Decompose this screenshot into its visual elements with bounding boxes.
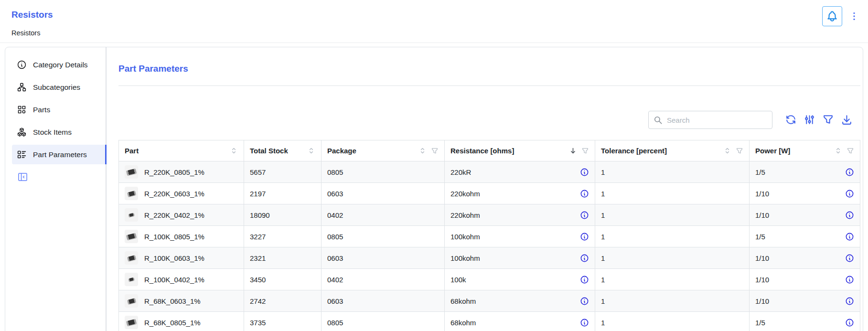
parameter-info-button[interactable] [845, 168, 854, 177]
package-cell: 0805 [321, 161, 445, 183]
parameter-info-button[interactable] [845, 275, 854, 284]
breadcrumb: Resistors [11, 29, 53, 37]
refresh-icon [785, 114, 797, 126]
tolerance-cell: 1 [595, 204, 750, 226]
parameter-info-button[interactable] [845, 297, 854, 306]
sort-selector-icon [307, 147, 315, 155]
sidebar-item-parts[interactable]: Parts [12, 100, 106, 119]
parameter-info-button[interactable] [580, 318, 589, 327]
column-header-total-stock[interactable]: Total Stock [244, 140, 321, 161]
table-settings-button[interactable] [804, 114, 815, 126]
resistance-value: 220kohm [450, 190, 480, 198]
column-label: Tolerance [percent] [601, 147, 667, 155]
resistance-value: 220kR [450, 168, 471, 176]
part-parameters-table: Part Total Stock Package Resistance [ohm… [118, 140, 860, 331]
column-filter-icon[interactable] [847, 147, 854, 155]
part-name: R_68K_0603_1% [144, 297, 201, 305]
filter-button[interactable] [822, 114, 834, 126]
part-name: R_100K_0805_1% [144, 233, 204, 241]
table-row[interactable]: R_220K_0402_1% 18090 0402 220kohm 1 1/10 [119, 204, 860, 226]
info-icon [580, 318, 589, 327]
sidebar-item-subcategories[interactable]: Subcategories [12, 77, 106, 97]
table-row[interactable]: R_68K_0603_1% 2742 0603 68kohm 1 1/10 [119, 290, 860, 312]
category-grid-icon [17, 105, 27, 115]
info-icon [580, 232, 589, 241]
resistance-value: 100kohm [450, 233, 480, 241]
info-icon [845, 297, 854, 306]
column-header-package[interactable]: Package [321, 140, 445, 161]
part-name: R_220K_0603_1% [144, 190, 204, 198]
search-input[interactable] [667, 116, 767, 124]
sitemap-icon [17, 82, 27, 92]
sidebar-item-stock-items[interactable]: Stock Items [12, 122, 106, 142]
tolerance-cell: 1 [595, 269, 750, 290]
collapse-sidebar-button[interactable] [17, 171, 28, 184]
parameter-info-button[interactable] [580, 211, 589, 220]
parameter-info-button[interactable] [845, 254, 854, 263]
download-button[interactable] [841, 114, 853, 126]
table-row[interactable]: R_100K_0402_1% 3450 0402 100k 1 1/10 [119, 269, 860, 290]
column-filter-icon[interactable] [431, 147, 439, 155]
info-icon [845, 232, 854, 241]
column-header-part[interactable]: Part [119, 140, 244, 161]
resistance-value: 220kohm [450, 211, 480, 219]
table-row[interactable]: R_220K_0805_1% 5657 0805 220kR 1 1/5 [119, 161, 860, 183]
download-icon [841, 114, 853, 126]
column-header-tolerance[interactable]: Tolerance [percent] [595, 140, 750, 161]
sidebar-item-part-parameters[interactable]: Part Parameters [12, 145, 106, 164]
table-row[interactable]: R_220K_0603_1% 2197 0603 220kohm 1 1/10 [119, 183, 860, 204]
parameter-info-button[interactable] [580, 189, 589, 198]
breadcrumb-item[interactable]: Resistors [11, 29, 40, 37]
info-icon [580, 189, 589, 198]
page-title: Resistors [11, 10, 53, 20]
sidebar-item-label: Stock Items [33, 128, 72, 137]
part-name: R_220K_0402_1% [144, 211, 204, 219]
power-value: 1/10 [755, 254, 769, 262]
info-icon [845, 168, 854, 177]
part-thumbnail [125, 165, 138, 179]
tolerance-cell: 1 [595, 312, 750, 331]
parameter-info-button[interactable] [580, 297, 589, 306]
parameter-info-button[interactable] [580, 232, 589, 241]
parameter-info-button[interactable] [845, 189, 854, 198]
sort-selector-icon [418, 147, 427, 155]
overflow-menu-button[interactable] [849, 6, 859, 24]
sidebar-item-label: Parts [33, 106, 50, 114]
sidebar-item-label: Part Parameters [33, 150, 87, 159]
parameter-info-button[interactable] [580, 275, 589, 284]
parameter-info-button[interactable] [580, 254, 589, 263]
part-thumbnail [125, 208, 138, 222]
refresh-button[interactable] [785, 114, 797, 126]
column-header-resistance[interactable]: Resistance [ohms] [445, 140, 595, 161]
sort-selector-icon [834, 147, 842, 155]
table-row[interactable]: R_100K_0805_1% 3227 0805 100kohm 1 1/5 [119, 226, 860, 247]
parameter-info-button[interactable] [845, 318, 854, 327]
search-box [648, 111, 772, 129]
sidebar-item-category-details[interactable]: Category Details [12, 55, 106, 75]
notifications-button[interactable] [822, 6, 842, 26]
column-header-power[interactable]: Power [W] [750, 140, 860, 161]
total-stock-cell: 2742 [244, 290, 321, 312]
info-icon [845, 211, 854, 220]
part-name: R_68K_0805_1% [144, 319, 201, 327]
column-filter-icon[interactable] [736, 147, 743, 155]
tolerance-cell: 1 [595, 161, 750, 183]
package-cell: 0805 [321, 312, 445, 331]
sort-selector-icon [230, 147, 238, 155]
column-label: Total Stock [250, 147, 288, 155]
column-label: Power [W] [755, 147, 790, 155]
part-name: R_100K_0603_1% [144, 254, 204, 262]
table-row[interactable]: R_68K_0805_1% 3735 0805 68kohm 1 1/5 [119, 312, 860, 331]
adjustments-icon [804, 114, 815, 126]
column-label: Package [327, 147, 356, 155]
power-value: 1/5 [755, 168, 765, 176]
table-row[interactable]: R_100K_0603_1% 2321 0603 100kohm 1 1/10 [119, 247, 860, 269]
parameter-info-button[interactable] [845, 211, 854, 220]
dots-vertical-icon [849, 10, 859, 22]
resistance-value: 68kohm [450, 319, 476, 327]
parameter-info-button[interactable] [580, 168, 589, 177]
package-cell: 0805 [321, 226, 445, 247]
resistance-value: 68kohm [450, 297, 476, 305]
column-filter-icon[interactable] [581, 147, 589, 155]
parameter-info-button[interactable] [845, 232, 854, 241]
